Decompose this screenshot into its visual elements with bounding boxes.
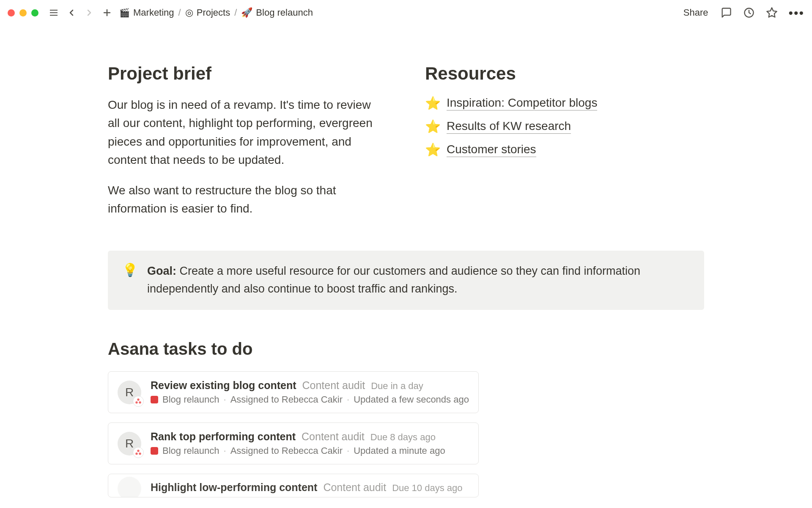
breadcrumb: 🎬 Marketing / ◎ Projects / 🚀 Blog relaun… xyxy=(119,7,313,18)
task-avatar: R xyxy=(118,381,141,404)
breadcrumb-label: Projects xyxy=(197,7,230,18)
svg-point-8 xyxy=(135,401,137,403)
new-page-button[interactable] xyxy=(101,7,113,19)
task-due: Due 10 days ago xyxy=(392,483,462,494)
favorite-icon[interactable] xyxy=(765,6,778,19)
task-title: Rank top performing content xyxy=(151,431,296,443)
close-window-button[interactable] xyxy=(8,9,15,17)
brief-paragraph[interactable]: Our blog is in need of a revamp. It's ti… xyxy=(108,96,379,169)
svg-point-12 xyxy=(139,453,141,455)
task-title: Highlight low-performing content xyxy=(151,481,317,494)
more-menu-button[interactable]: ••• xyxy=(788,10,804,16)
project-brief-section: Project brief Our blog is in need of a r… xyxy=(108,64,379,229)
task-project: Blog relaunch xyxy=(162,394,219,405)
section-title-resources: Resources xyxy=(425,64,704,84)
maximize-window-button[interactable] xyxy=(31,9,38,17)
topbar: 🎬 Marketing / ◎ Projects / 🚀 Blog relaun… xyxy=(0,0,812,25)
svg-point-11 xyxy=(135,453,137,455)
task-due: Due in a day xyxy=(371,381,423,392)
task-card[interactable]: R Review existing blog content Content a… xyxy=(108,371,479,413)
resource-link-kw-research[interactable]: ⭐ Results of KW research xyxy=(425,119,704,134)
sidebar-toggle-button[interactable] xyxy=(48,7,60,19)
task-updated: Updated a minute ago xyxy=(354,445,445,456)
task-card[interactable]: R Rank top performing content Content au… xyxy=(108,422,479,464)
resource-link-inspiration[interactable]: ⭐ Inspiration: Competitor blogs xyxy=(425,96,704,110)
section-title-brief: Project brief xyxy=(108,64,379,84)
svg-point-10 xyxy=(137,450,139,452)
breadcrumb-separator: / xyxy=(178,7,181,18)
section-title-tasks: Asana tasks to do xyxy=(108,340,479,359)
breadcrumb-item-marketing[interactable]: 🎬 Marketing xyxy=(119,7,174,18)
svg-point-7 xyxy=(137,398,139,400)
project-color-chip xyxy=(151,396,158,403)
task-avatar: R xyxy=(118,432,141,456)
window-traffic-lights xyxy=(8,9,38,17)
share-button[interactable]: Share xyxy=(682,7,710,18)
nav-back-button[interactable] xyxy=(66,7,77,19)
task-title: Review existing blog content xyxy=(151,379,296,392)
breadcrumb-item-current[interactable]: 🚀 Blog relaunch xyxy=(241,7,313,18)
minimize-window-button[interactable] xyxy=(19,9,27,17)
resources-section: Resources ⭐ Inspiration: Competitor blog… xyxy=(425,64,704,229)
task-category: Content audit xyxy=(302,379,365,392)
task-category: Content audit xyxy=(323,481,386,494)
resource-label: Results of KW research xyxy=(447,119,571,134)
task-updated: Updated a few seconds ago xyxy=(354,394,469,405)
resource-link-customer-stories[interactable]: ⭐ Customer stories xyxy=(425,142,704,157)
svg-marker-6 xyxy=(767,8,777,17)
asana-tasks-section: Asana tasks to do R Review existing blog… xyxy=(108,340,479,507)
page-icon: 🎬 xyxy=(119,7,130,18)
breadcrumb-item-projects[interactable]: ◎ Projects xyxy=(185,7,230,18)
asana-badge-icon xyxy=(133,447,144,458)
task-project: Blog relaunch xyxy=(162,445,219,456)
updates-icon[interactable] xyxy=(743,6,755,19)
breadcrumb-label: Marketing xyxy=(133,7,174,18)
star-icon: ⭐ xyxy=(425,96,441,110)
breadcrumb-label: Blog relaunch xyxy=(256,7,313,18)
rocket-icon: 🚀 xyxy=(241,8,252,17)
lightbulb-icon: 💡 xyxy=(122,262,138,298)
star-icon: ⭐ xyxy=(425,142,441,157)
brief-paragraph[interactable]: We also want to restructure the blog so … xyxy=(108,181,379,218)
resource-label: Inspiration: Competitor blogs xyxy=(447,96,597,110)
breadcrumb-separator: / xyxy=(234,7,237,18)
topbar-actions: Share ••• xyxy=(682,6,804,19)
callout-text: Create a more useful resource for our cu… xyxy=(147,265,640,295)
resource-label: Customer stories xyxy=(447,143,536,157)
project-color-chip xyxy=(151,447,158,455)
svg-point-9 xyxy=(139,401,141,403)
task-category: Content audit xyxy=(302,431,365,443)
task-assignee: Assigned to Rebecca Cakir xyxy=(230,445,343,456)
task-assignee: Assigned to Rebecca Cakir xyxy=(230,394,343,405)
asana-badge-icon xyxy=(133,396,144,407)
task-card[interactable]: Highlight low-performing content Content… xyxy=(108,474,479,497)
nav-forward-button[interactable] xyxy=(83,7,95,19)
comments-icon[interactable] xyxy=(720,6,732,19)
avatar-initial xyxy=(118,477,141,497)
callout-label: Goal: xyxy=(147,265,176,277)
task-avatar xyxy=(118,477,141,497)
task-due: Due 8 days ago xyxy=(370,432,436,443)
page-content: Project brief Our blog is in need of a r… xyxy=(0,25,812,507)
goal-callout[interactable]: 💡 Goal: Create a more useful resource fo… xyxy=(108,251,704,310)
target-icon: ◎ xyxy=(185,8,193,17)
star-icon: ⭐ xyxy=(425,119,441,134)
